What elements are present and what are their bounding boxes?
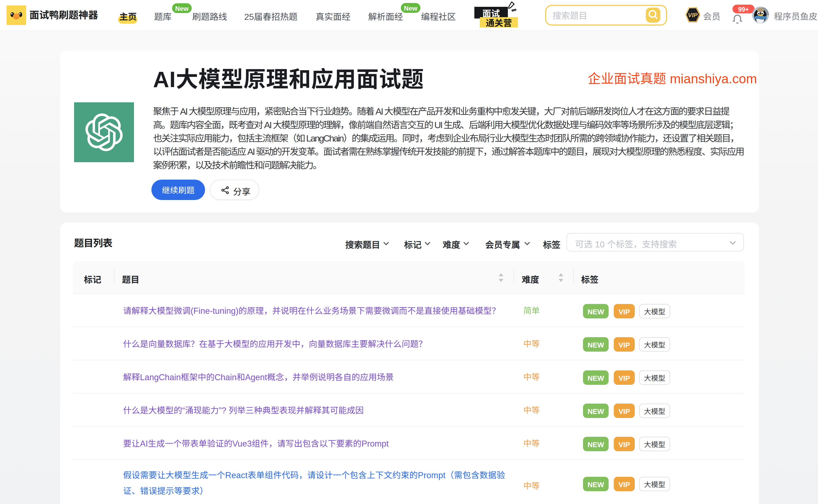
svg-text:VIP: VIP [688, 12, 698, 19]
